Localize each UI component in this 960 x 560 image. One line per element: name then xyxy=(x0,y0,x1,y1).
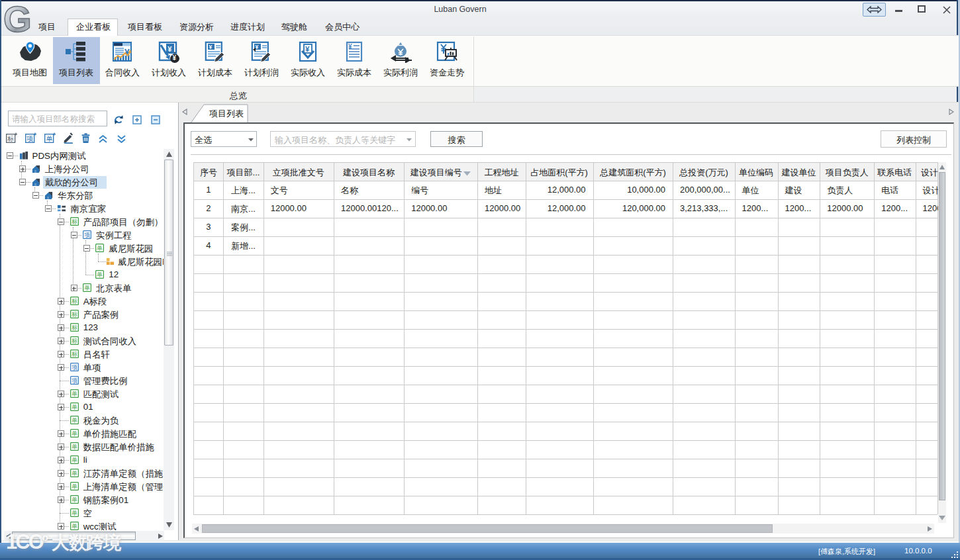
svg-text:G: G xyxy=(4,1,32,36)
svg-text:单: 单 xyxy=(46,135,53,142)
svg-text:项: 项 xyxy=(72,377,77,384)
svg-text:¥: ¥ xyxy=(168,45,172,53)
svg-text:¥: ¥ xyxy=(256,44,259,50)
svg-text:项: 项 xyxy=(72,364,77,371)
svg-text:单: 单 xyxy=(72,430,77,437)
svg-text:单: 单 xyxy=(84,285,90,291)
svg-text:单: 单 xyxy=(72,457,77,463)
svg-text:标: 标 xyxy=(7,135,14,142)
svg-text:单: 单 xyxy=(97,245,103,252)
svg-text:单: 单 xyxy=(72,496,77,503)
svg-text:标: 标 xyxy=(72,298,77,304)
svg-text:标: 标 xyxy=(72,324,77,331)
svg-text:单: 单 xyxy=(72,391,77,397)
svg-text:标: 标 xyxy=(72,338,77,344)
svg-text:¥: ¥ xyxy=(305,45,310,53)
svg-text:项: 项 xyxy=(84,232,90,238)
svg-text:标: 标 xyxy=(72,218,77,225)
svg-text:项: 项 xyxy=(26,135,33,142)
svg-text:¥: ¥ xyxy=(209,44,213,50)
svg-text:单: 单 xyxy=(72,404,77,410)
svg-text:单: 单 xyxy=(72,523,77,530)
svg-text:标: 标 xyxy=(72,351,77,357)
svg-text:单: 单 xyxy=(72,417,77,424)
svg-text:单: 单 xyxy=(72,443,77,450)
svg-text:单: 单 xyxy=(72,470,77,477)
svg-text:单: 单 xyxy=(72,483,77,490)
svg-text:单: 单 xyxy=(97,271,103,278)
svg-text:¥: ¥ xyxy=(173,54,177,62)
svg-text:单: 单 xyxy=(72,510,77,516)
svg-text:标: 标 xyxy=(72,311,77,318)
